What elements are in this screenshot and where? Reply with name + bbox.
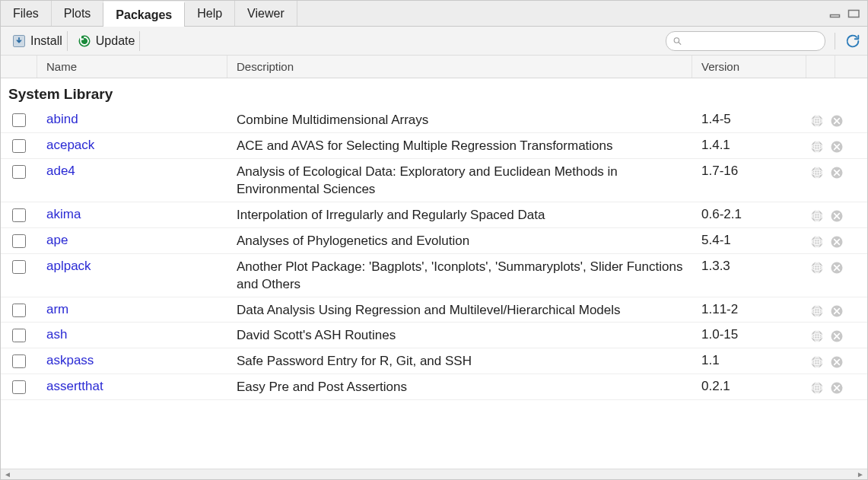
tab-viewer[interactable]: Viewer	[235, 1, 297, 26]
remove-icon[interactable]	[829, 329, 844, 344]
remove-icon[interactable]	[829, 139, 844, 154]
package-description: Analysis of Ecological Data: Exploratory…	[227, 162, 692, 199]
package-name-link[interactable]: ape	[46, 233, 68, 247]
pane-tabs-bar: FilesPlotsPackagesHelpViewer	[1, 1, 867, 27]
install-button[interactable]: Install	[7, 31, 68, 51]
packages-list[interactable]: System Library abindCombine Multidimensi…	[1, 78, 867, 469]
package-description: Easy Pre and Post Assertions	[227, 377, 692, 396]
scroll-right-arrow[interactable]: ►	[857, 470, 864, 478]
update-button[interactable]: Update	[72, 31, 141, 51]
package-row: acepackACE and AVAS for Selecting Multip…	[1, 133, 867, 159]
column-headers: Name Description Version	[1, 56, 867, 78]
globe-icon[interactable]	[809, 234, 825, 250]
svg-point-4	[674, 37, 679, 43]
package-row: abindCombine Multidimensional Arrays1.4-…	[1, 107, 867, 133]
column-name-label: Name	[46, 60, 77, 73]
package-row: apeAnalyses of Phylogenetics and Evoluti…	[1, 228, 867, 254]
globe-icon[interactable]	[809, 380, 825, 396]
package-name-link[interactable]: ade4	[46, 164, 75, 178]
package-checkbox[interactable]	[12, 304, 26, 317]
package-name-link[interactable]: ash	[46, 327, 67, 342]
install-label: Install	[30, 34, 62, 48]
scroll-left-arrow[interactable]: ◄	[4, 470, 11, 478]
package-description: Data Analysis Using Regression and Multi…	[227, 300, 692, 319]
package-checkbox[interactable]	[12, 234, 26, 248]
remove-icon[interactable]	[829, 208, 844, 224]
horizontal-scrollbar[interactable]: ◄ ►	[1, 469, 867, 479]
column-checkbox	[1, 56, 37, 78]
window-controls	[829, 1, 867, 26]
package-checkbox[interactable]	[12, 139, 26, 153]
tab-help[interactable]: Help	[185, 1, 235, 26]
package-name-link[interactable]: acepack	[46, 138, 94, 152]
search-icon	[672, 35, 682, 47]
remove-icon[interactable]	[829, 113, 844, 129]
section-header: System Library	[1, 78, 867, 107]
globe-icon[interactable]	[809, 208, 825, 224]
package-search[interactable]	[666, 31, 825, 51]
globe-icon[interactable]	[809, 139, 825, 154]
package-row: akimaInterpolation of Irregularly and Re…	[1, 202, 867, 228]
package-description: Interpolation of Irregularly and Regular…	[227, 205, 692, 224]
package-name-link[interactable]: askpass	[46, 353, 94, 367]
package-checkbox[interactable]	[12, 113, 26, 127]
update-icon	[77, 33, 92, 49]
package-name-link[interactable]: aplpack	[46, 259, 91, 273]
package-description: David Scott's ASH Routines	[227, 326, 692, 345]
package-version: 1.3.3	[692, 257, 806, 274]
column-description[interactable]: Description	[227, 56, 692, 78]
globe-icon[interactable]	[809, 354, 825, 370]
package-version: 1.4-5	[692, 110, 806, 127]
package-row: askpassSafe Password Entry for R, Git, a…	[1, 348, 867, 374]
column-description-label: Description	[237, 60, 294, 73]
globe-icon[interactable]	[809, 329, 825, 344]
package-checkbox[interactable]	[12, 208, 26, 222]
svg-rect-1	[849, 10, 860, 17]
package-checkbox[interactable]	[12, 380, 26, 394]
package-name-link[interactable]: assertthat	[46, 379, 103, 393]
update-label: Update	[96, 34, 135, 48]
globe-icon[interactable]	[809, 113, 825, 129]
tabs-spacer	[297, 1, 829, 26]
package-version: 1.0-15	[692, 326, 806, 342]
package-description: Safe Password Entry for R, Git, and SSH	[227, 351, 692, 370]
packages-pane: FilesPlotsPackagesHelpViewer Install Upd…	[0, 0, 868, 480]
minimize-pane-icon[interactable]	[829, 8, 843, 19]
column-remove	[835, 56, 867, 78]
package-name-link[interactable]: abind	[46, 112, 78, 126]
column-version[interactable]: Version	[692, 56, 806, 78]
package-row: assertthatEasy Pre and Post Assertions0.…	[1, 374, 867, 400]
remove-icon[interactable]	[829, 354, 844, 370]
globe-icon[interactable]	[809, 165, 825, 180]
tab-plots[interactable]: Plots	[52, 1, 104, 26]
package-row: aplpackAnother Plot Package: 'Bagplots',…	[1, 254, 867, 297]
package-version: 1.11-2	[692, 300, 806, 317]
column-name[interactable]: Name	[37, 56, 227, 78]
package-description: Another Plot Package: 'Bagplots', 'Iconp…	[227, 257, 692, 294]
globe-icon[interactable]	[809, 304, 825, 319]
remove-icon[interactable]	[829, 380, 844, 396]
package-version: 1.7-16	[692, 162, 806, 179]
remove-icon[interactable]	[829, 165, 844, 180]
globe-icon[interactable]	[809, 260, 825, 275]
package-checkbox[interactable]	[12, 354, 26, 368]
package-name-link[interactable]: akima	[46, 207, 81, 221]
search-input[interactable]	[685, 35, 819, 47]
install-icon	[11, 33, 27, 49]
package-checkbox[interactable]	[12, 165, 26, 179]
package-name-link[interactable]: arm	[46, 302, 68, 316]
tab-packages[interactable]: Packages	[103, 2, 185, 27]
remove-icon[interactable]	[829, 304, 844, 319]
packages-toolbar: Install Update	[1, 27, 867, 56]
package-row: armData Analysis Using Regression and Mu…	[1, 297, 867, 323]
refresh-button[interactable]	[844, 33, 861, 49]
column-web	[806, 56, 835, 78]
package-checkbox[interactable]	[12, 260, 26, 274]
remove-icon[interactable]	[829, 260, 844, 275]
tab-files[interactable]: Files	[1, 1, 52, 26]
package-version: 1.1	[692, 351, 806, 368]
remove-icon[interactable]	[829, 234, 844, 250]
package-row: ashDavid Scott's ASH Routines1.0-15	[1, 323, 867, 348]
package-checkbox[interactable]	[12, 329, 26, 342]
maximize-pane-icon[interactable]	[847, 8, 861, 19]
